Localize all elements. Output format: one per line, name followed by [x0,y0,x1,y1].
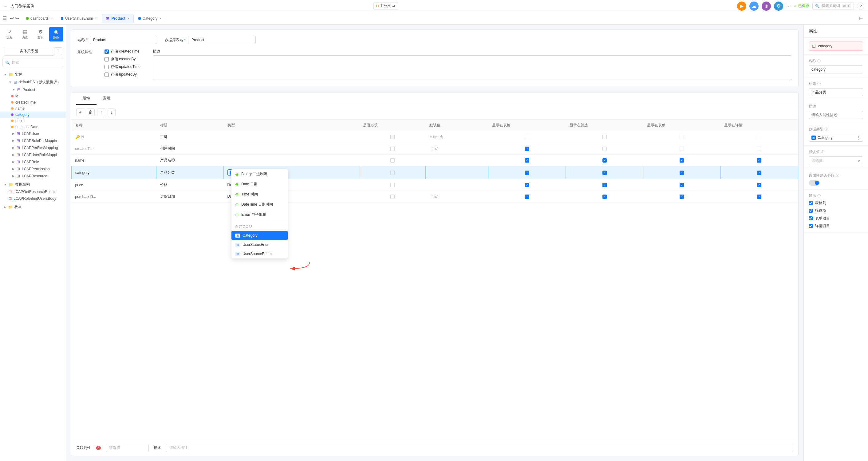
show-form-cb[interactable]: ✓ [680,158,684,162]
show-filter-cb[interactable] [602,147,607,151]
tree-child-category[interactable]: category [0,112,66,118]
tool-flow[interactable]: ↗ 流程 [2,27,17,41]
add-row-button[interactable]: + [76,108,84,116]
tree-group-datastructure-header[interactable]: ▼ 📁 数据结构 [0,181,66,188]
branch-button[interactable]: H 主分支 ⇌ [373,2,398,10]
tree-child-price[interactable]: price [0,118,66,124]
relation-select[interactable]: 请选择 [106,444,149,452]
panel-title-input[interactable] [809,88,863,96]
show-table-cb[interactable]: ✓ [525,183,529,187]
show-filter-cb[interactable]: ✓ [602,194,607,199]
tree-item-lcaproleusersbody[interactable]: ⊡ LCAPRoleBindUsersBody [0,195,66,202]
dropdown-item-email[interactable]: ⊕ Email 电子邮箱 [231,210,288,220]
type-info-icon[interactable]: ⓘ [825,127,828,131]
dropdown-item-date[interactable]: ⊕ Date 日期 [231,179,288,189]
dropdown-item-userstatusenum[interactable]: ⊞ UserStatusEnum [231,240,288,249]
panel-desc-input[interactable] [809,111,863,119]
tab-product[interactable]: ⊞ Product ✕ [102,14,133,23]
desc-textarea[interactable] [153,55,792,80]
name-info-icon[interactable]: ⓘ [817,59,821,63]
dropdown-item-datetime[interactable]: ⊕ DateTime 日期时间 [231,199,288,210]
tab-props[interactable]: 属性 [76,93,96,105]
relation-desc-input[interactable]: 请输入描述 [166,444,793,452]
tab-dashboard[interactable]: dashboard ✕ [22,14,56,23]
tree-item-lcapperresmap[interactable]: ▶ ⊞ LCAPPerResMapping [0,144,66,151]
show-table-cb[interactable]: ✓ [525,147,529,151]
toggle-track[interactable] [809,180,820,186]
entity-relation-button[interactable]: 实体关系图 [4,47,54,56]
search-bar[interactable]: 🔍 搜索关键词 ⌘+F [812,2,854,10]
tree-child-name[interactable]: name [0,105,66,112]
checkbox-updatedby[interactable]: 存储 updatedBy [104,72,141,77]
show-form-cb[interactable]: ✓ [680,171,684,175]
tree-group-entity-header[interactable]: ▼ 📁 实体 [0,71,66,79]
tree-item-lcappermission[interactable]: ▶ ⊞ LCAPPermission [0,165,66,173]
redo-button[interactable]: ↪ [15,16,19,21]
required-cb[interactable] [390,183,395,187]
tree-item-lcapresource[interactable]: ▶ ⊞ LCAPResource [0,173,66,180]
required-cb[interactable] [390,147,395,151]
title-info-icon[interactable]: ⓘ [817,82,821,86]
panel-type-badge[interactable]: ⊞ Category ⋮ [809,134,863,142]
tree-child-purchasedate[interactable]: purchaseDate [0,124,66,130]
tree-item-product[interactable]: ▼ ⊞ Product [0,86,66,93]
tab-userstatusenum[interactable]: UserStatusEnum ✕ [57,14,101,23]
circle-button[interactable]: ⊕ [762,2,771,11]
more-button[interactable]: ··· [786,3,791,9]
display-info-icon[interactable]: ⓘ [817,194,821,198]
tool-logic[interactable]: ⚙ 逻辑 [33,27,48,41]
show-form-cb[interactable] [680,135,684,139]
dropdown-item-time[interactable]: ⊕ Time 时间 [231,189,288,199]
tree-group-enum-header[interactable]: ▶ 📁 枚举 [0,203,66,211]
show-detail-cb[interactable]: ✓ [757,194,761,199]
tool-page[interactable]: ▤ 页面 [18,27,33,41]
dropdown-item-category[interactable]: ⊞ Category [231,231,288,240]
tab-close-userstatusenum[interactable]: ✕ [95,17,97,20]
show-filter-cb[interactable]: ✓ [602,158,607,162]
show-table-cb[interactable]: ✓ [525,194,529,199]
cloud-button[interactable]: ☁ [749,2,758,11]
show-form-cb[interactable] [680,147,684,151]
required-cb[interactable] [390,194,395,199]
display-check-form[interactable]: 表单项目 [809,216,863,221]
tab-close-product[interactable]: ✕ [127,17,130,20]
show-table-cb[interactable]: ✓ [525,158,529,162]
display-check-table[interactable]: 表格列 [809,201,863,206]
show-detail-cb[interactable] [757,135,761,139]
display-check-filter[interactable]: 筛选项 [809,208,863,213]
tree-item-lcapuserrolemap[interactable]: ▶ ⊞ LCAPUserRoleMappi [0,151,66,158]
tree-item-lcaprole[interactable]: ▶ ⊞ LCAPRole [0,158,66,165]
sort-up-button[interactable]: ↑ [97,108,105,116]
tree-child-createdtime[interactable]: createdTime [0,99,66,105]
panel-name-input[interactable] [809,65,863,73]
tree-child-id[interactable]: id [0,93,66,99]
tree-item-lcapgetresource[interactable]: ⊡ LCAPGetResourceResult [0,188,66,195]
required-toggle[interactable] [809,180,863,186]
tab-index[interactable]: 索引 [96,93,117,105]
tree-item-lcaprolepermap[interactable]: ▶ ⊞ LCAPRolePerMappin [0,137,66,144]
tab-close-category[interactable]: ✕ [159,17,162,20]
name-input[interactable] [90,36,157,44]
show-detail-cb[interactable] [757,147,761,151]
tool-data[interactable]: ◉ 数据 [49,27,64,41]
category-type-badge[interactable]: ⊡ category [809,41,863,51]
show-filter-cb[interactable]: ✓ [602,183,607,187]
show-detail-cb[interactable]: ✓ [757,158,761,162]
table-name-input[interactable] [188,36,256,44]
panel-default-select[interactable]: 请选择 ∨ [809,156,863,165]
show-filter-cb[interactable] [602,135,607,139]
default-info-icon[interactable]: ⓘ [821,150,824,154]
dropdown-item-binary[interactable]: ⊕ Binary 二进制流 [231,169,288,179]
show-detail-cb[interactable]: ✓ [757,183,761,187]
panel-toggle[interactable]: ⊢ [856,14,866,23]
sidebar-search[interactable]: 🔍 搜索 [2,58,63,67]
tree-item-defaultds[interactable]: ▼ ⊞ defaultDS（默认数据源） [0,79,66,86]
tab-category[interactable]: Category ✕ [134,14,166,23]
show-detail-cb[interactable]: ✓ [757,171,761,175]
show-filter-cb[interactable]: ✓ [602,171,607,175]
show-form-cb[interactable]: ✓ [680,183,684,187]
required-cb[interactable] [390,171,395,175]
tab-close-dashboard[interactable]: ✕ [50,17,52,20]
sort-down-button[interactable]: ↓ [107,108,116,116]
tree-item-lcapuser[interactable]: ▶ ⊞ LCAPUser [0,130,66,137]
